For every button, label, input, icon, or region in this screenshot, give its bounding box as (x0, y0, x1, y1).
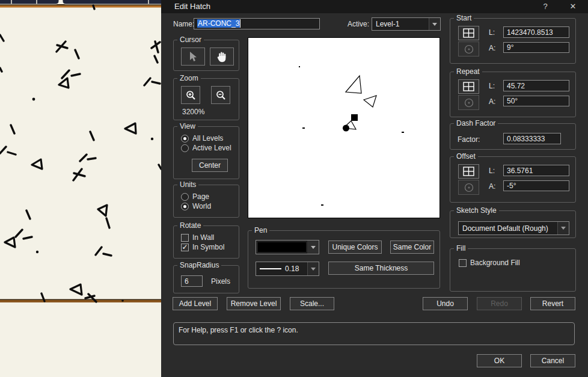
same-color-button[interactable]: Same Color (390, 241, 434, 254)
cursor-group-label: Cursor (177, 35, 204, 44)
repeat-a-input[interactable] (503, 96, 569, 106)
chevron-down-icon (307, 241, 319, 254)
repeat-cartesian-button[interactable] (458, 79, 479, 94)
wall-segments (0, 0, 161, 4)
radio-active-level[interactable]: Active Level (181, 144, 231, 152)
active-level-value: Level-1 (376, 20, 399, 28)
pan-hand-icon (217, 51, 227, 63)
polar-icon (464, 182, 474, 193)
snap-radius-group-label: SnapRadius (177, 261, 221, 270)
undo-button[interactable]: Undo (423, 297, 468, 310)
repeat-polar-button[interactable] (458, 95, 479, 110)
offset-l-input[interactable] (503, 165, 569, 176)
radio-icon (181, 144, 189, 152)
dialog-titlebar[interactable]: Edit Hatch ? ✕ (161, 0, 588, 13)
repeat-group-label: Repeat (454, 67, 482, 76)
hatch-preview-canvas[interactable] (248, 37, 440, 218)
preview-square-handle[interactable] (351, 114, 358, 121)
start-l-input[interactable] (503, 26, 569, 38)
dash-factor-group: Dash Factor Factor: (450, 123, 576, 150)
pen-color-select[interactable] (256, 240, 319, 254)
page-label: Page (192, 192, 209, 201)
hatch-marks-triangles (5, 78, 136, 295)
zoom-in-icon (186, 90, 196, 100)
active-level-label: Active Level (192, 144, 231, 152)
help-icon[interactable]: ? (539, 0, 552, 13)
start-a-label: A: (489, 44, 495, 52)
radio-all-levels[interactable]: All Levels (181, 134, 223, 143)
checkbox-in-symbol[interactable]: ✓ In Symbol (181, 243, 224, 251)
start-a-input[interactable] (503, 42, 569, 53)
arrow-cursor-button[interactable] (181, 48, 205, 66)
radio-icon (181, 203, 189, 210)
pan-hand-button[interactable] (210, 48, 234, 66)
close-icon[interactable]: ✕ (565, 0, 581, 13)
active-level-select[interactable]: Level-1 (372, 17, 441, 31)
preview-dots (299, 66, 404, 206)
pen-thickness-value: 0.18 (285, 265, 299, 273)
zoom-in-button[interactable] (181, 86, 200, 104)
pen-thickness-select[interactable]: 0.18 (256, 262, 319, 276)
radio-icon (181, 193, 189, 201)
sketch-style-value: Document Default (Rough) (462, 224, 548, 233)
preview-circle-handle[interactable] (343, 125, 349, 132)
rotate-group: Rotate In Wall ✓ In Symbol (173, 225, 239, 259)
repeat-l-input[interactable] (503, 80, 569, 91)
start-l-label: L: (489, 28, 495, 37)
polar-icon (464, 44, 474, 55)
ok-button[interactable]: OK (477, 354, 522, 367)
sketch-style-group: Sketch Style Document Default (Rough) (450, 210, 576, 238)
add-level-button[interactable]: Add Level (173, 297, 218, 310)
in-symbol-label: In Symbol (192, 243, 224, 251)
revert-button[interactable]: Revert (530, 297, 575, 310)
cartesian-grid-icon (463, 28, 474, 38)
offset-polar-button[interactable] (458, 180, 479, 195)
start-cartesian-button[interactable] (458, 26, 479, 40)
unique-colors-button[interactable]: Unique Colors (328, 241, 382, 254)
sketch-style-select[interactable]: Document Default (Rough) (458, 221, 569, 235)
radio-page[interactable]: Page (181, 192, 209, 201)
dash-factor-input[interactable] (503, 133, 561, 144)
pen-color-swatch (258, 242, 306, 252)
radio-world[interactable]: World (181, 202, 211, 210)
offset-l-label: L: (489, 167, 495, 175)
checkbox-icon (181, 234, 189, 242)
polar-icon (464, 97, 474, 108)
hatch-marks-strokes (0, 5, 161, 302)
in-wall-label: In Wall (192, 233, 214, 242)
center-button[interactable]: Center (192, 159, 228, 172)
name-value-selected: AR-CONC_3 (197, 19, 240, 28)
repeat-group: Repeat L: A: (450, 72, 576, 117)
drawing-area[interactable] (0, 0, 161, 377)
dash-factor-group-label: Dash Factor (454, 119, 498, 128)
remove-level-button[interactable]: Remove Level (227, 297, 281, 310)
redo-button[interactable]: Redo (477, 297, 522, 310)
same-thickness-button[interactable]: Same Thickness (328, 262, 434, 275)
cartesian-grid-icon (463, 167, 474, 176)
name-label: Name: (173, 20, 194, 28)
all-levels-label: All Levels (192, 134, 223, 143)
name-input[interactable]: AR-CONC_3 (194, 18, 320, 29)
snap-radius-group: SnapRadius Pixels (173, 265, 239, 293)
active-label: Active: (348, 20, 369, 28)
cursor-group: Cursor (173, 40, 239, 71)
cancel-button[interactable]: Cancel (530, 354, 575, 367)
repeat-l-label: L: (489, 82, 495, 90)
help-message-text: For Help, press F1 or click the ? icon. (179, 326, 298, 334)
start-polar-button[interactable] (458, 41, 479, 57)
offset-cartesian-button[interactable] (458, 164, 479, 179)
view-group-label: View (177, 122, 198, 131)
zoom-out-button[interactable] (211, 86, 230, 104)
offset-a-input[interactable] (503, 180, 569, 191)
sketch-style-group-label: Sketch Style (454, 206, 499, 215)
zoom-level-value: 3200% (182, 108, 204, 116)
scale-button[interactable]: Scale... (290, 297, 334, 310)
fill-group: Fill Background Fill (450, 248, 576, 292)
pixels-label: Pixels (211, 277, 230, 286)
preview-triangles (343, 76, 376, 129)
checkbox-in-wall[interactable]: In Wall (181, 233, 214, 242)
pen-group-label: Pen (252, 226, 269, 235)
snap-radius-input[interactable] (181, 275, 203, 287)
checkbox-background-fill[interactable]: Background Fill (459, 259, 520, 267)
start-group: Start L: A: (450, 18, 576, 64)
